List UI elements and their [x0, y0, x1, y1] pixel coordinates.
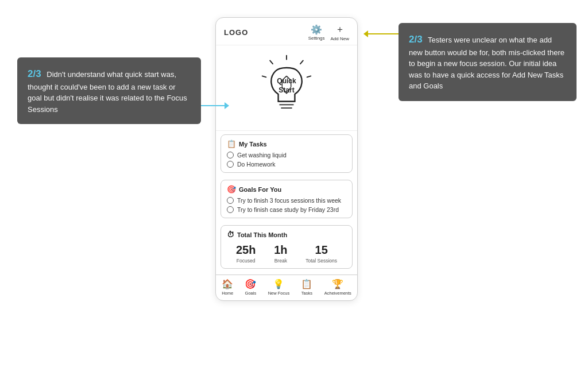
svg-line-3	[262, 76, 266, 77]
stats-title: ⏱ Total This Month	[227, 230, 346, 239]
new-focus-label: New Focus	[268, 291, 290, 296]
stats-row: 25h Focused 1h Break 15 Total Sessions	[227, 243, 346, 264]
svg-line-2	[300, 60, 303, 64]
home-label: Home	[222, 291, 233, 296]
annotation-left-text: Didn't understand what quick start was, …	[28, 70, 187, 114]
stat-sessions-label: Total Sessions	[305, 258, 337, 264]
annotation-right: 2/3 Testers were unclear on what the add…	[399, 23, 577, 101]
add-new-label: Add New	[331, 36, 349, 41]
nav-goals[interactable]: 🎯 Goals	[245, 279, 256, 296]
svg-line-1	[270, 60, 273, 64]
add-new-icon[interactable]: ＋	[335, 24, 345, 36]
settings-label: Settings	[308, 36, 325, 41]
phone-mockup: LOGO ⚙️ Settings ＋ Add New	[215, 17, 358, 301]
tasks-nav-label: Tasks	[301, 291, 312, 296]
stats-icon: ⏱	[227, 230, 234, 239]
my-tasks-title: 📋 My Tasks	[227, 140, 346, 148]
tasks-nav-icon: 📋	[301, 279, 312, 289]
tasks-icon: 📋	[227, 140, 236, 148]
quick-start-label: Quick Start	[277, 77, 296, 95]
achievements-icon: 🏆	[332, 279, 343, 289]
goals-icon: 🎯	[227, 185, 236, 194]
svg-line-4	[307, 76, 311, 77]
arrow-right	[364, 33, 399, 34]
goals-nav-label: Goals	[245, 291, 257, 296]
achievements-label: Acheivements	[324, 291, 351, 296]
fraction-left: 2/3	[28, 68, 41, 79]
task-item-1[interactable]: Get washing liquid	[227, 152, 346, 158]
goals-section: 🎯 Goals For You Try to finish 3 focus se…	[220, 180, 353, 218]
my-tasks-section: 📋 My Tasks Get washing liquid Do Homewor…	[220, 134, 353, 173]
stat-break-value: 1h	[274, 243, 287, 257]
goals-nav-icon: 🎯	[245, 279, 256, 289]
home-icon: 🏠	[222, 279, 233, 289]
goal-radio-1[interactable]	[227, 197, 234, 204]
task-radio-2[interactable]	[227, 161, 234, 168]
stat-break: 1h Break	[274, 243, 287, 264]
nav-new-focus[interactable]: 💡 New Focus	[268, 279, 290, 296]
stat-focused: 25h Focused	[236, 243, 256, 264]
new-focus-icon: 💡	[273, 279, 284, 289]
settings-group[interactable]: ⚙️ Settings	[308, 24, 325, 41]
quick-start-section[interactable]: Quick Start	[216, 45, 357, 131]
task-radio-1[interactable]	[227, 152, 234, 158]
bulb-container[interactable]: Quick Start	[255, 51, 318, 126]
stat-sessions-value: 15	[305, 243, 337, 257]
goal-radio-2[interactable]	[227, 206, 234, 213]
goal-item-2[interactable]: Try to finish case study by Friday 23rd	[227, 206, 346, 213]
stats-section: ⏱ Total This Month 25h Focused 1h Break …	[220, 225, 353, 269]
stat-focused-value: 25h	[236, 243, 256, 257]
phone-logo: LOGO	[224, 28, 248, 37]
header-icons: ⚙️ Settings ＋ Add New	[308, 24, 349, 41]
annotation-right-text: Testers were unclear on what the add new…	[409, 36, 564, 90]
annotation-left: 2/3 Didn't understand what quick start w…	[17, 57, 201, 124]
phone-header: LOGO ⚙️ Settings ＋ Add New	[216, 18, 357, 45]
nav-achievements[interactable]: 🏆 Acheivements	[324, 279, 351, 296]
settings-icon[interactable]: ⚙️	[311, 24, 322, 35]
add-new-group[interactable]: ＋ Add New	[331, 24, 349, 41]
task-item-2[interactable]: Do Homework	[227, 161, 346, 168]
arrow-left	[201, 105, 229, 106]
fraction-right: 2/3	[409, 34, 423, 45]
goals-title: 🎯 Goals For You	[227, 185, 346, 194]
stat-break-label: Break	[274, 258, 287, 264]
goal-item-1[interactable]: Try to finish 3 focus sessions this week	[227, 197, 346, 204]
stat-focused-label: Focused	[236, 258, 256, 264]
nav-home[interactable]: 🏠 Home	[222, 279, 233, 296]
stat-sessions: 15 Total Sessions	[305, 243, 337, 264]
phone-nav: 🏠 Home 🎯 Goals 💡 New Focus 📋 Tasks 🏆 Ach…	[216, 275, 357, 300]
nav-tasks[interactable]: 📋 Tasks	[301, 279, 312, 296]
